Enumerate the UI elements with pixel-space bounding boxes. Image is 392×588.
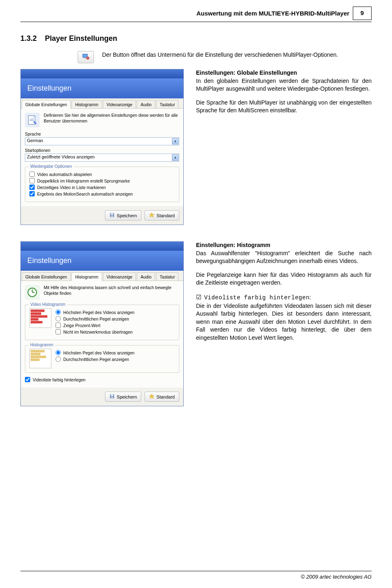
section-number: 1.3.2 <box>20 34 37 42</box>
language-label: Sprache <box>25 131 179 136</box>
text-histogram-p1: Das Auswahlfenster "Histogramm" erleicht… <box>196 250 372 265</box>
playback-options-group: Wiedergabe Optionen Video automatisch ab… <box>25 167 179 202</box>
dialog-banner: Einstellungen <box>21 251 183 271</box>
dialog-titlebar[interactable] <box>21 69 183 78</box>
star-icon <box>149 212 154 218</box>
video-histogram-title: Video Histogramm <box>29 302 67 307</box>
dialog-tabs: Globale Einstellungen Histogramm Videoan… <box>21 271 183 281</box>
histogram-thumbnail-icon <box>29 349 51 368</box>
dialog-description: Mit Hilfe des Histogramms lassen sich sc… <box>44 285 179 296</box>
standard-button[interactable]: Standard <box>145 210 179 220</box>
text-global-settings: Einstellungen: Globale Einstellungen In … <box>196 69 372 120</box>
playback-options-title: Wiedergabe Optionen <box>29 164 74 169</box>
tab-histogramm[interactable]: Histogramm <box>71 272 102 281</box>
check-show-percent[interactable]: Zeige Prozent-Wert <box>56 323 175 328</box>
svg-point-2 <box>87 57 89 60</box>
tab-videoanzeige[interactable]: Videoanzeige <box>103 272 136 281</box>
tab-globale-einstellungen[interactable]: Globale Einstellungen <box>22 100 71 109</box>
language-select[interactable]: German <box>25 137 179 145</box>
text-histogram-settings: Einstellungen: Histogramm Das Auswahlfen… <box>196 241 372 348</box>
tab-videoanzeige[interactable]: Videoanzeige <box>103 100 136 108</box>
settings-dialog-histogram: Einstellungen Globale Einstellungen Hist… <box>20 241 184 406</box>
dialog-tabs: Globale Einstellungen Histogramm Videoan… <box>21 98 183 109</box>
subhead-histogram: Einstellungen: Histogramm <box>196 242 270 248</box>
save-button[interactable]: Speichern <box>105 210 142 220</box>
dialog-titlebar[interactable] <box>21 242 183 251</box>
section-title: Player Einstellungen <box>45 34 117 42</box>
startoptions-select[interactable]: Zuletzt geöffnete Videos anzeigen <box>25 154 179 162</box>
header-title: Auswertung mit dem MULTIEYE-HYBRID-Multi… <box>193 8 353 22</box>
svg-marker-9 <box>149 213 154 217</box>
text-global-p1: In den globalen Einstellungen werden die… <box>196 78 372 92</box>
histogram-thumbnail-icon <box>29 308 51 328</box>
tab-tastatur[interactable]: Tastatur <box>156 100 178 108</box>
tab-audio[interactable]: Audio <box>137 100 155 108</box>
checkmark-icon: ☑ <box>196 293 203 301</box>
svg-rect-15 <box>111 396 113 398</box>
notepad-icon <box>25 113 40 127</box>
text-global-p2: Die Sprache für den MultiPlayer ist unab… <box>196 99 372 115</box>
page-number: 9 <box>353 7 372 20</box>
star-icon <box>149 394 154 400</box>
startoptions-label: Startoptionen <box>25 148 179 153</box>
svg-rect-1 <box>85 58 86 58</box>
clock-icon <box>25 285 40 300</box>
check-doubleclick-jump[interactable]: Doppelklick im Histogramm erstellt Sprun… <box>29 178 175 183</box>
tab-histogramm[interactable]: Histogramm <box>71 100 102 108</box>
radio-average-level-hist[interactable]: Durchschnittlichen Pegel anzeigen <box>56 356 175 362</box>
text-histogram-p2: Die Pegelanzeige kann hier für das Video… <box>196 271 372 287</box>
dialog-description: Definieren Sie hier die allgemeinen Eins… <box>44 113 179 124</box>
svg-rect-7 <box>111 213 114 214</box>
check-mark-current[interactable]: Derzeitiges Video in Liste markieren <box>29 185 175 190</box>
histogram-title: Histogramm <box>29 342 55 347</box>
save-button[interactable]: Speichern <box>105 392 142 402</box>
check-motionsearch-auto[interactable]: Ergebnis des MotionSearch automatisch an… <box>29 191 175 196</box>
tip-label: Videoliste farbig hinterlegen <box>204 294 310 301</box>
svg-rect-14 <box>111 394 114 396</box>
histogram-group: Histogramm Höchsten Pegel des Videos anz… <box>25 345 179 373</box>
settings-monitor-icon <box>82 53 90 62</box>
tab-tastatur[interactable]: Tastatur <box>156 272 178 281</box>
check-color-videolist[interactable]: Videoliste farbig hinterlegen <box>25 377 179 382</box>
check-auto-play[interactable]: Video automatisch abspielen <box>29 172 175 177</box>
svg-rect-0 <box>83 54 88 57</box>
open-submenu-button[interactable] <box>78 51 94 63</box>
svg-rect-8 <box>111 215 113 216</box>
section-heading: 1.3.2Player Einstellungen <box>20 34 372 43</box>
radio-average-level-video[interactable]: Durchschnittlichen Pegel anzeigen <box>56 316 175 321</box>
subhead-global: Einstellungen: Globale Einstellungen <box>196 69 297 76</box>
save-icon <box>109 394 115 400</box>
intro-text: Der Button öffnet das Untermenü für die … <box>102 51 372 59</box>
radio-highest-level-hist[interactable]: Höchsten Pegel des Videos anzeigen <box>56 350 175 355</box>
tab-globale-einstellungen[interactable]: Globale Einstellungen <box>22 272 71 281</box>
video-histogram-group: Video Histogramm Höchsten Pegel des Vide… <box>25 305 179 340</box>
dialog-banner: Einstellungen <box>21 78 183 98</box>
text-histogram-p3: Die in der Videoliste aufgeführten Video… <box>196 303 372 341</box>
page-footer: © 2009 artec technologies AG <box>20 571 372 580</box>
tab-audio[interactable]: Audio <box>137 272 155 281</box>
check-no-network-transfer[interactable]: Nicht im Netzwerkmodus übertragen <box>56 329 175 334</box>
settings-dialog-global: Einstellungen Globale Einstellungen Hist… <box>20 69 184 225</box>
radio-highest-level-video[interactable]: Höchsten Pegel des Videos anzeigen <box>56 310 175 315</box>
standard-button[interactable]: Standard <box>145 392 179 402</box>
save-icon <box>109 212 115 218</box>
page-header: Auswertung mit dem MULTIEYE-HYBRID-Multi… <box>20 8 372 22</box>
svg-marker-16 <box>149 394 154 399</box>
